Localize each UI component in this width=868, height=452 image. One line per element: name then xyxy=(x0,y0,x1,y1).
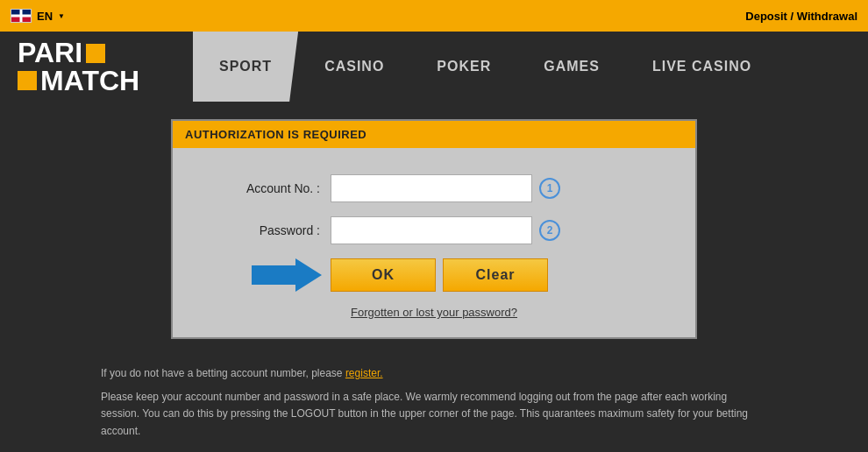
password-label: Password : xyxy=(208,223,331,237)
auth-dialog: AUTHORIZATION IS REQUIRED Account No. : … xyxy=(171,119,697,339)
top-bar: EN ▼ Deposit / Withdrawal xyxy=(0,0,868,32)
forgot-password-row: Forgotten or lost your password? xyxy=(208,304,660,320)
ok-button[interactable]: OK xyxy=(331,258,436,292)
register-text: If you do not have a betting account num… xyxy=(101,367,343,379)
account-num: 1 xyxy=(539,178,560,199)
logo-yellow-block-2 xyxy=(18,71,37,90)
password-num: 2 xyxy=(539,220,560,241)
tab-poker[interactable]: POKER xyxy=(410,32,517,102)
account-label: Account No. : xyxy=(208,181,331,195)
tab-sport[interactable]: SPORT xyxy=(193,32,298,102)
logo-match-text: MATCH xyxy=(40,67,139,95)
tab-casino[interactable]: CASINO xyxy=(298,32,410,102)
deposit-withdrawal-link[interactable]: Deposit / Withdrawal xyxy=(745,10,857,23)
register-note: If you do not have a betting account num… xyxy=(101,365,767,382)
svg-marker-0 xyxy=(252,258,322,292)
flag-icon xyxy=(11,9,32,23)
tab-live-casino[interactable]: LIVE CASINO xyxy=(626,32,778,102)
account-row: Account No. : 1 xyxy=(208,174,660,202)
nav-bar: PARI MATCH SPORT CASINO POKER GAMES LIVE… xyxy=(0,32,868,102)
blue-arrow-icon xyxy=(252,258,322,292)
auth-body: Account No. : 1 Password : 2 OK Cl xyxy=(173,148,695,337)
logo-yellow-block-1 xyxy=(86,44,105,63)
button-row: OK Clear xyxy=(208,258,660,292)
nav-tabs: SPORT CASINO POKER GAMES LIVE CASINO xyxy=(193,32,868,102)
chevron-down-icon: ▼ xyxy=(58,12,65,20)
register-link[interactable]: register. xyxy=(345,367,383,379)
main-content: AUTHORIZATION IS REQUIRED Account No. : … xyxy=(0,102,868,452)
lang-selector[interactable]: EN ▼ xyxy=(11,9,65,23)
logo: PARI MATCH xyxy=(0,32,193,102)
password-input[interactable] xyxy=(331,216,532,244)
lang-label: EN xyxy=(37,10,53,23)
logo-pari-text: PARI xyxy=(18,39,82,67)
clear-button[interactable]: Clear xyxy=(443,258,548,292)
auth-header: AUTHORIZATION IS REQUIRED xyxy=(173,121,695,148)
arrow-container xyxy=(208,258,331,292)
safety-text: Please keep your account number and pass… xyxy=(101,389,767,440)
bottom-info: If you do not have a betting account num… xyxy=(83,357,785,448)
forgot-password-link[interactable]: Forgotten or lost your password? xyxy=(351,306,517,319)
auth-title: AUTHORIZATION IS REQUIRED xyxy=(185,128,366,141)
password-row: Password : 2 xyxy=(208,216,660,244)
tab-games[interactable]: GAMES xyxy=(517,32,626,102)
account-input[interactable] xyxy=(331,174,532,202)
